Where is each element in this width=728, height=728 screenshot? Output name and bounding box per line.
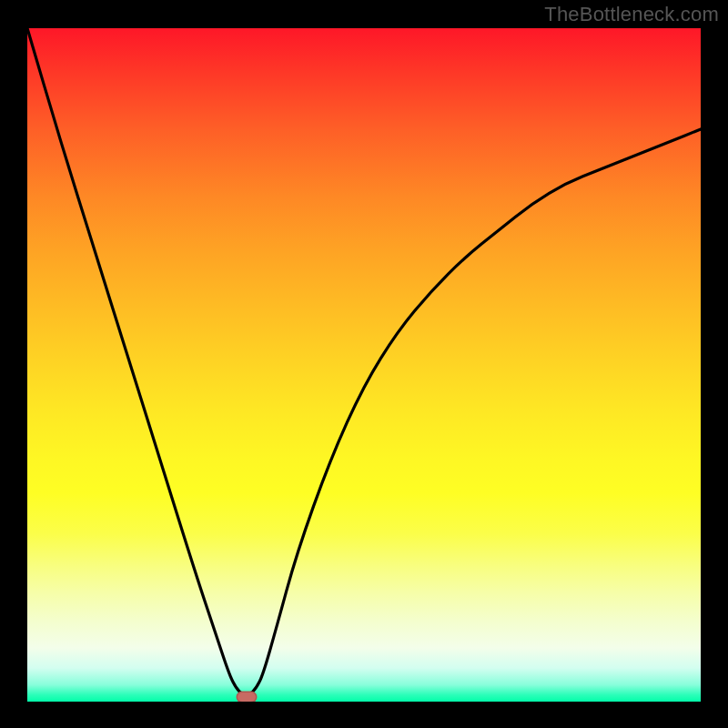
chart-frame: TheBottleneck.com — [0, 0, 728, 728]
bottleneck-curve — [27, 28, 701, 702]
optimal-marker — [236, 691, 257, 702]
curve-path — [27, 28, 701, 695]
plot-area — [27, 28, 701, 702]
watermark-text: TheBottleneck.com — [544, 3, 719, 26]
